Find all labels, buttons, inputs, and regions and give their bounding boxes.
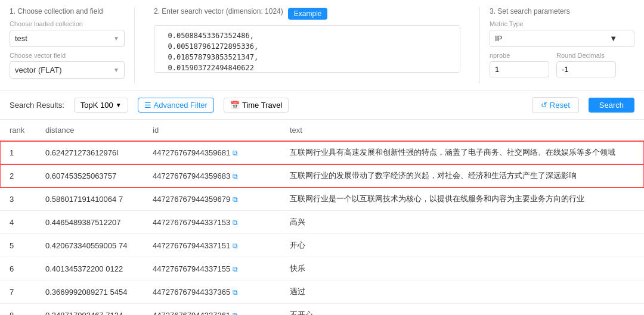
copy-icon[interactable]: ⧉ <box>233 195 238 204</box>
metric-chevron-icon: ▼ <box>609 34 617 43</box>
filter-icon: ☰ <box>144 101 151 110</box>
collection-select[interactable]: test ▼ <box>10 30 125 47</box>
top-panel: 1. Choose collection and field Choose lo… <box>0 0 644 91</box>
round-label: Round Decimals <box>556 52 616 59</box>
field-label: Choose vector field <box>10 52 125 59</box>
cell-distance: 0.607453525063757 <box>36 164 143 188</box>
copy-icon[interactable]: ⧉ <box>233 149 238 157</box>
nprobe-item: nprobe <box>490 52 549 77</box>
cell-rank: 2 <box>0 164 36 188</box>
cell-text: 互联网行业的发展带动了数字经济的兴起，对社会、经济和生活方式产生了深远影响 <box>280 164 644 188</box>
round-input[interactable] <box>556 61 616 77</box>
copy-icon[interactable]: ⧉ <box>233 242 238 250</box>
collection-chevron-icon: ▼ <box>113 35 119 42</box>
cell-id: 447276767944337155 ⧉ <box>143 257 280 280</box>
refresh-icon: ↺ <box>541 101 547 110</box>
topk-chevron-icon: ▼ <box>116 102 122 108</box>
cell-id: 447276767944337151 ⧉ <box>143 234 280 257</box>
metric-label: Metric Type <box>490 20 634 27</box>
copy-icon[interactable]: ⧉ <box>233 172 238 180</box>
cell-distance: 0.3669992089271 5454 <box>36 280 143 304</box>
cell-rank: 4 <box>0 211 36 234</box>
copy-icon[interactable]: ⧉ <box>233 219 238 227</box>
section-1-title: 1. Choose collection and field <box>10 7 125 15</box>
cell-rank: 3 <box>0 188 36 211</box>
cell-distance: 0.348717093467 7124 <box>36 304 143 316</box>
table-container: rank distance id text 10.624271273612976… <box>0 120 644 315</box>
reset-label: Reset <box>550 101 570 110</box>
table-row: 60.401345372200 0122447276767944337155 ⧉… <box>0 257 644 280</box>
field-value: vector (FLAT) <box>15 66 62 74</box>
cell-rank: 6 <box>0 257 36 280</box>
table-row: 10.624271273612976l447276767944359681 ⧉互… <box>0 141 644 164</box>
table-row: 50.420673340559005 74447276767944337151 … <box>0 234 644 257</box>
cell-rank: 8 <box>0 304 36 316</box>
table-row: 40.4465489387512207447276767944337153 ⧉高… <box>0 211 644 234</box>
field-select[interactable]: vector (FLAT) ▼ <box>10 61 125 79</box>
search-results-label: Search Results: <box>10 101 64 110</box>
nprobe-input[interactable] <box>490 61 549 77</box>
nprobe-label: nprobe <box>490 52 549 59</box>
cell-distance: 0.4465489387512207 <box>36 211 143 234</box>
params-row: nprobe Round Decimals <box>490 52 634 77</box>
cell-text: 快乐 <box>280 257 644 280</box>
cell-id: 447276767944359681 ⧉ <box>143 141 280 164</box>
table-row: 20.607453525063757447276767944359683 ⧉互联… <box>0 164 644 188</box>
table-row: 80.348717093467 7124447276767944337361 ⧉… <box>0 304 644 316</box>
calendar-icon: 📅 <box>230 101 240 110</box>
main-container: 1. Choose collection and field Choose lo… <box>0 0 644 315</box>
col-rank-header: rank <box>0 120 36 141</box>
section-2-title: 2. Enter search vector (dimension: 1024) <box>154 7 283 15</box>
cell-distance: 0.401345372200 0122 <box>36 257 143 280</box>
col-id-header: id <box>143 120 280 141</box>
copy-icon[interactable]: ⧉ <box>233 311 238 316</box>
cell-text: 开心 <box>280 234 644 257</box>
copy-icon[interactable]: ⧉ <box>233 288 238 297</box>
cell-text: 互联网行业是一个以互联网技术为核心，以提供在线服务和内容为主要业务方向的行业 <box>280 188 644 211</box>
cell-distance: 0.420673340559005 74 <box>36 234 143 257</box>
section-3-title: 3. Set search parameters <box>490 7 634 15</box>
reset-button[interactable]: ↺ Reset <box>532 97 579 113</box>
example-button[interactable]: Example <box>288 8 328 20</box>
table-row: 70.3669992089271 5454447276767944337365 … <box>0 280 644 304</box>
results-table: rank distance id text 10.624271273612976… <box>0 120 644 315</box>
cell-id: 447276767944337361 ⧉ <box>143 304 280 316</box>
cell-id: 447276767944359679 ⧉ <box>143 188 280 211</box>
cell-id: 447276767944359683 ⧉ <box>143 164 280 188</box>
section-2: 2. Enter search vector (dimension: 1024)… <box>144 7 470 83</box>
topk-label: TopK 100 <box>80 101 113 110</box>
section-2-header: 2. Enter search vector (dimension: 1024)… <box>154 7 460 20</box>
topk-button[interactable]: TopK 100 ▼ <box>74 98 128 113</box>
table-header: rank distance id text <box>0 120 644 141</box>
advanced-filter-button[interactable]: ☰ Advanced Filter <box>138 98 214 113</box>
metric-select[interactable]: IP ▼ <box>490 30 634 47</box>
cell-text: 不开心 <box>280 304 644 316</box>
filter-label: Advanced Filter <box>154 101 208 110</box>
cell-distance: 0.586017191410064 7 <box>36 188 143 211</box>
table-row: 30.586017191410064 7447276767944359679 ⧉… <box>0 188 644 211</box>
section-1: 1. Choose collection and field Choose lo… <box>10 7 135 83</box>
search-bar: Search Results: TopK 100 ▼ ☰ Advanced Fi… <box>0 91 644 120</box>
time-travel-button[interactable]: 📅 Time Travel <box>224 98 289 113</box>
col-text-header: text <box>280 120 644 141</box>
vector-textarea[interactable]: 0.05088453367352486, 0.00518796127289533… <box>154 25 460 73</box>
cell-rank: 5 <box>0 234 36 257</box>
cell-distance: 0.624271273612976l <box>36 141 143 164</box>
field-chevron-icon: ▼ <box>113 67 119 73</box>
cell-text: 遇过 <box>280 280 644 304</box>
cell-rank: 7 <box>0 280 36 304</box>
cell-rank: 1 <box>0 141 36 164</box>
cell-text: 互联网行业具有高速发展和创新性强的特点，涵盖了电子商务、社交网络、在线娱乐等多个… <box>280 141 644 164</box>
metric-value: IP <box>495 34 502 43</box>
time-label: Time Travel <box>242 101 282 110</box>
search-button[interactable]: Search <box>589 98 634 113</box>
collection-value: test <box>15 34 27 43</box>
col-distance-header: distance <box>36 120 143 141</box>
copy-icon[interactable]: ⧉ <box>233 265 238 273</box>
table-body: 10.624271273612976l447276767944359681 ⧉互… <box>0 141 644 316</box>
round-decimals-item: Round Decimals <box>556 52 616 77</box>
cell-id: 447276767944337365 ⧉ <box>143 280 280 304</box>
cell-id: 447276767944337153 ⧉ <box>143 211 280 234</box>
cell-text: 高兴 <box>280 211 644 234</box>
section-3: 3. Set search parameters Metric Type IP … <box>479 7 634 83</box>
